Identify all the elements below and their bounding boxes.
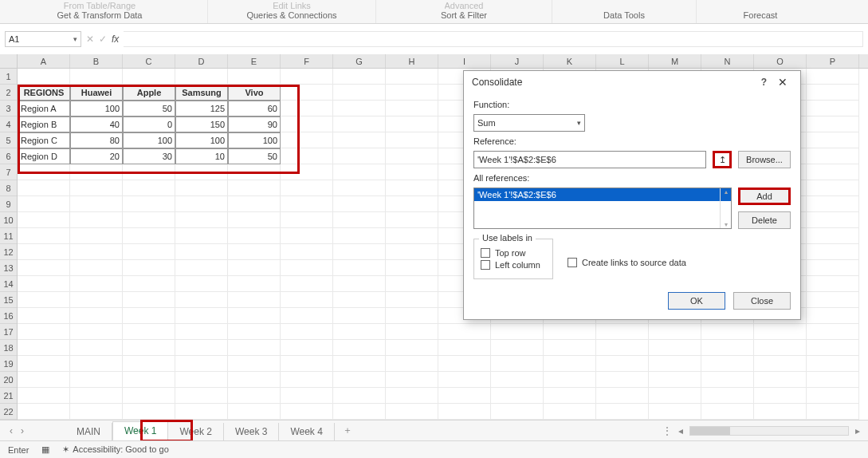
cell[interactable] — [18, 292, 70, 308]
accessibility-status[interactable]: ✶Accessibility: Good to go — [62, 444, 168, 455]
cell[interactable] — [438, 388, 491, 404]
cell[interactable] — [123, 196, 175, 212]
help-icon[interactable]: ? — [755, 77, 773, 88]
column-header[interactable]: I — [438, 54, 491, 68]
cell[interactable]: 80 — [70, 132, 123, 148]
leftcol-checkbox[interactable]: Left column — [481, 260, 546, 270]
cell[interactable] — [228, 69, 281, 85]
cell[interactable] — [175, 292, 228, 308]
cell[interactable] — [18, 276, 70, 292]
cell[interactable]: 60 — [228, 101, 281, 116]
sheet-tab-week-2[interactable]: Week 2 — [168, 423, 223, 440]
cell[interactable] — [123, 308, 175, 324]
cell[interactable] — [228, 372, 281, 388]
row-header[interactable]: 10 — [0, 212, 17, 228]
cell[interactable] — [649, 404, 701, 420]
column-header[interactable]: O — [754, 54, 807, 68]
cell[interactable] — [807, 164, 859, 180]
cell[interactable] — [754, 340, 807, 356]
cell[interactable]: 20 — [70, 148, 123, 164]
cell[interactable] — [596, 356, 649, 372]
cell[interactable] — [70, 180, 123, 196]
cell[interactable] — [281, 276, 333, 292]
cell[interactable] — [807, 180, 859, 196]
row-header[interactable]: 8 — [0, 180, 17, 196]
cell[interactable] — [386, 340, 438, 356]
row-header[interactable]: 2 — [0, 85, 17, 101]
cell[interactable]: 100 — [175, 132, 228, 148]
cell[interactable] — [807, 372, 859, 388]
cell[interactable] — [175, 180, 228, 196]
cell[interactable] — [70, 244, 123, 260]
cell[interactable]: 0 — [123, 116, 175, 132]
cell[interactable] — [807, 356, 859, 372]
cell[interactable] — [333, 388, 386, 404]
cell[interactable] — [18, 69, 70, 85]
formula-input[interactable] — [124, 31, 863, 47]
cell[interactable] — [281, 69, 333, 85]
cell[interactable]: Samsung — [175, 85, 228, 101]
cell[interactable] — [228, 388, 281, 404]
row-headers[interactable]: 12345678910111213141516171819202122 — [0, 69, 18, 420]
row-header[interactable]: 3 — [0, 101, 17, 116]
cell[interactable] — [175, 196, 228, 212]
cell[interactable] — [281, 116, 333, 132]
cell[interactable] — [386, 85, 438, 101]
cell[interactable] — [807, 244, 859, 260]
cell[interactable] — [18, 324, 70, 340]
cell[interactable] — [228, 164, 281, 180]
cell[interactable] — [281, 148, 333, 164]
cell[interactable] — [807, 388, 859, 404]
cell[interactable] — [807, 132, 859, 148]
cell[interactable] — [123, 324, 175, 340]
cell[interactable] — [807, 292, 859, 308]
cell[interactable] — [70, 164, 123, 180]
column-header[interactable]: K — [544, 54, 596, 68]
cell[interactable] — [281, 404, 333, 420]
cell[interactable] — [544, 388, 596, 404]
cell[interactable] — [175, 388, 228, 404]
cell[interactable] — [544, 404, 596, 420]
cell[interactable] — [228, 260, 281, 276]
allrefs-item[interactable]: 'Week 1'!$A$2:$E$6 — [474, 188, 731, 201]
cell[interactable] — [123, 244, 175, 260]
cell[interactable] — [386, 388, 438, 404]
cell[interactable] — [333, 164, 386, 180]
cell[interactable] — [281, 85, 333, 101]
cell[interactable] — [175, 244, 228, 260]
cell[interactable] — [123, 372, 175, 388]
cell[interactable] — [333, 180, 386, 196]
cell[interactable] — [123, 69, 175, 85]
close-button[interactable]: Close — [733, 292, 791, 310]
ribbon-subitem[interactable]: From Table/Range — [64, 1, 136, 10]
cell[interactable] — [175, 164, 228, 180]
cell[interactable] — [70, 404, 123, 420]
cell[interactable] — [123, 276, 175, 292]
cell[interactable] — [281, 340, 333, 356]
cell[interactable] — [70, 372, 123, 388]
cell[interactable] — [175, 276, 228, 292]
cell[interactable] — [386, 292, 438, 308]
cell[interactable]: 90 — [228, 116, 281, 132]
cell[interactable] — [701, 372, 754, 388]
cell[interactable] — [70, 276, 123, 292]
scrollbar[interactable]: ▴▾ — [720, 188, 731, 228]
row-header[interactable]: 20 — [0, 372, 17, 388]
cell[interactable] — [807, 196, 859, 212]
cell[interactable] — [596, 404, 649, 420]
cell[interactable] — [228, 212, 281, 228]
column-header[interactable]: H — [386, 54, 438, 68]
column-header[interactable]: J — [491, 54, 544, 68]
cell[interactable] — [333, 260, 386, 276]
cell[interactable] — [701, 324, 754, 340]
cell[interactable] — [333, 340, 386, 356]
row-header[interactable]: 6 — [0, 148, 17, 164]
cell[interactable] — [281, 101, 333, 116]
cell[interactable] — [70, 292, 123, 308]
cell[interactable] — [18, 388, 70, 404]
cell[interactable] — [386, 404, 438, 420]
cell[interactable] — [438, 324, 491, 340]
sheet-tab-main[interactable]: MAIN — [65, 423, 112, 440]
enter-icon[interactable]: ✓ — [99, 34, 107, 45]
cell[interactable] — [18, 228, 70, 244]
